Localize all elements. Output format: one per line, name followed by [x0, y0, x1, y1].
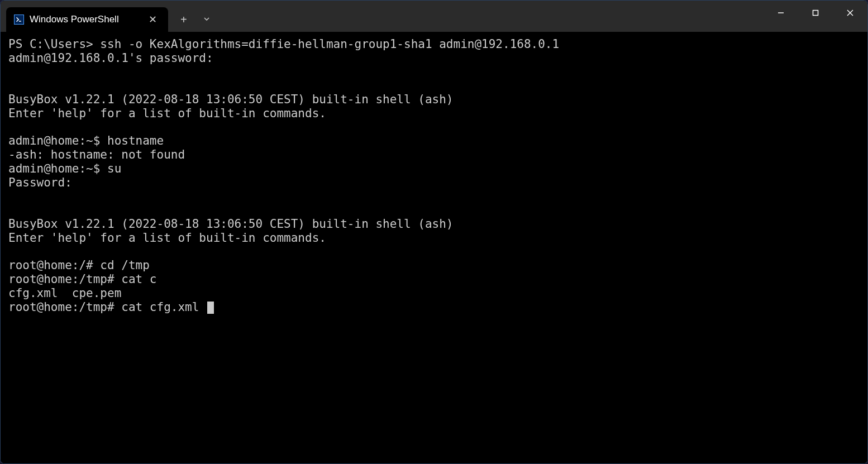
tab-dropdown-button[interactable] [195, 11, 218, 29]
terminal-line: Enter 'help' for a list of built-in comm… [8, 107, 326, 120]
terminal-line: admin@192.168.0.1's password: [8, 51, 213, 65]
terminal-line: root@home:/tmp# cat cfg.xml [8, 300, 206, 314]
terminal-line: BusyBox v1.22.1 (2022-08-18 13:06:50 CES… [8, 217, 454, 231]
terminal-line: admin@home:~$ hostname [8, 134, 164, 147]
terminal-line: BusyBox v1.22.1 (2022-08-18 13:06:50 CES… [8, 93, 454, 106]
titlebar: Windows PowerShell ✕ + [1, 1, 867, 32]
tab-title: Windows PowerShell [30, 14, 144, 25]
terminal-line: root@home:/tmp# cat c [8, 272, 157, 286]
terminal-window: Windows PowerShell ✕ + PS C:\Users> ssh … [0, 0, 868, 464]
powershell-icon [14, 15, 24, 25]
tab-controls: + [173, 7, 218, 32]
terminal-line: Password: [8, 176, 72, 189]
terminal-line: Enter 'help' for a list of built-in comm… [8, 231, 326, 245]
svg-rect-1 [813, 11, 818, 16]
close-window-button[interactable] [833, 1, 867, 25]
new-tab-button[interactable]: + [173, 9, 195, 31]
minimize-button[interactable] [764, 1, 798, 25]
terminal-line: PS C:\Users> ssh -o KexAlgorithms=diffie… [8, 37, 559, 51]
terminal-line: admin@home:~$ su [8, 162, 121, 175]
terminal-line: root@home:/# cd /tmp [8, 259, 150, 272]
terminal-output[interactable]: PS C:\Users> ssh -o KexAlgorithms=diffie… [1, 32, 867, 463]
cursor [207, 302, 214, 314]
window-controls [764, 1, 867, 25]
terminal-line: cfg.xml cpe.pem [8, 286, 121, 300]
maximize-button[interactable] [798, 1, 833, 25]
terminal-line: -ash: hostname: not found [8, 148, 185, 161]
tab-powershell[interactable]: Windows PowerShell ✕ [6, 7, 168, 32]
close-tab-button[interactable]: ✕ [144, 13, 161, 26]
